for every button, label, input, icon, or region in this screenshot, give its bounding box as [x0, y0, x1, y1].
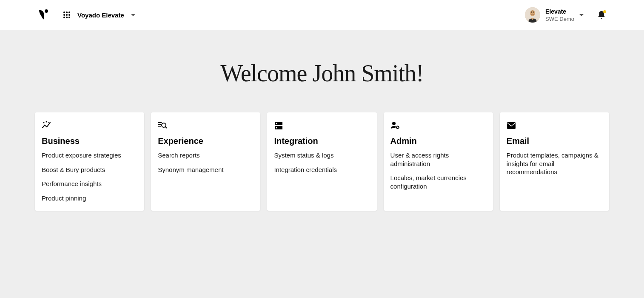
- header-left: Voyado Elevate: [37, 9, 135, 21]
- svg-point-4: [63, 14, 65, 16]
- card-item: Locales, market currencies configuration: [390, 174, 486, 190]
- svg-rect-36: [507, 122, 516, 129]
- svg-point-2: [66, 11, 68, 13]
- card-title: Experience: [158, 136, 254, 146]
- chevron-down-icon: [131, 14, 135, 16]
- svg-point-20: [162, 123, 166, 127]
- cards-grid: Business Product exposure strategies Boo…: [35, 112, 609, 211]
- svg-point-15: [46, 121, 47, 123]
- notification-indicator: [603, 10, 606, 13]
- svg-point-26: [392, 122, 396, 125]
- card-item: Product exposure strategies: [42, 151, 137, 160]
- svg-point-8: [66, 17, 68, 18]
- apps-grid-icon: [63, 11, 71, 19]
- card-item: Synonym management: [158, 166, 254, 174]
- account-sub: SWE Demo: [545, 16, 574, 22]
- card-item: Boost & Bury products: [42, 166, 137, 174]
- svg-line-32: [396, 126, 397, 126]
- card-title: Email: [507, 136, 602, 146]
- svg-point-0: [45, 9, 48, 13]
- app-switcher[interactable]: Voyado Elevate: [63, 11, 135, 19]
- server-icon: [274, 121, 283, 130]
- card-item: Search reports: [158, 151, 254, 160]
- main-content: Welcome John Smith! Business Product exp…: [0, 30, 644, 211]
- svg-point-6: [68, 14, 70, 16]
- search-list-icon: [158, 121, 167, 130]
- svg-point-25: [276, 127, 277, 129]
- user-settings-icon: [390, 121, 400, 130]
- svg-point-7: [63, 17, 65, 18]
- svg-point-14: [43, 122, 45, 123]
- card-email[interactable]: Email Product templates, campaigns & ins…: [500, 112, 609, 211]
- card-admin[interactable]: Admin User & access rights administratio…: [384, 112, 493, 211]
- welcome-title: Welcome John Smith!: [35, 60, 609, 87]
- card-integration[interactable]: Integration System status & logs Integra…: [267, 112, 376, 211]
- card-business[interactable]: Business Product exposure strategies Boo…: [35, 112, 144, 211]
- svg-point-13: [533, 12, 534, 13]
- svg-point-27: [396, 126, 399, 129]
- account-info: Elevate SWE Demo: [545, 8, 574, 22]
- card-title: Admin: [390, 136, 486, 146]
- card-items: Product templates, campaigns & insights …: [507, 151, 602, 176]
- header-right: Elevate SWE Demo: [525, 7, 607, 23]
- header: Voyado Elevate Elevate SWE Demo: [0, 0, 644, 30]
- notifications-button[interactable]: [596, 10, 607, 20]
- card-item: Product pinning: [42, 194, 137, 203]
- card-item: User & access rights administration: [390, 151, 486, 168]
- svg-point-5: [66, 14, 68, 16]
- svg-line-35: [396, 128, 397, 129]
- svg-point-12: [531, 12, 532, 13]
- card-items: System status & logs Integration credent…: [274, 151, 370, 174]
- account-name: Elevate: [545, 8, 574, 15]
- analytics-icon: [42, 121, 51, 130]
- email-icon: [507, 121, 516, 130]
- card-items: Search reports Synonym management: [158, 151, 254, 174]
- svg-line-21: [165, 127, 167, 128]
- svg-line-33: [398, 128, 399, 129]
- svg-point-3: [68, 11, 70, 13]
- svg-point-9: [68, 17, 70, 18]
- logo[interactable]: [37, 9, 50, 21]
- svg-line-34: [398, 126, 399, 126]
- avatar: [525, 7, 540, 23]
- card-title: Integration: [274, 136, 370, 146]
- card-experience[interactable]: Experience Search reports Synonym manage…: [151, 112, 260, 211]
- card-item: System status & logs: [274, 151, 370, 160]
- card-items: User & access rights administration Loca…: [390, 151, 486, 190]
- card-item: Integration credentials: [274, 166, 370, 174]
- chevron-down-icon: [579, 14, 584, 16]
- card-item: Performance insights: [42, 180, 137, 188]
- card-item: Product templates, campaigns & insights …: [507, 151, 602, 176]
- svg-point-24: [276, 123, 277, 124]
- svg-point-11: [530, 10, 535, 16]
- svg-point-1: [63, 11, 65, 13]
- voyado-logo-icon: [37, 9, 50, 21]
- card-items: Product exposure strategies Boost & Bury…: [42, 151, 137, 202]
- account-switcher[interactable]: Elevate SWE Demo: [525, 7, 584, 23]
- app-name: Voyado Elevate: [77, 11, 124, 19]
- card-title: Business: [42, 136, 137, 146]
- svg-point-16: [48, 122, 50, 123]
